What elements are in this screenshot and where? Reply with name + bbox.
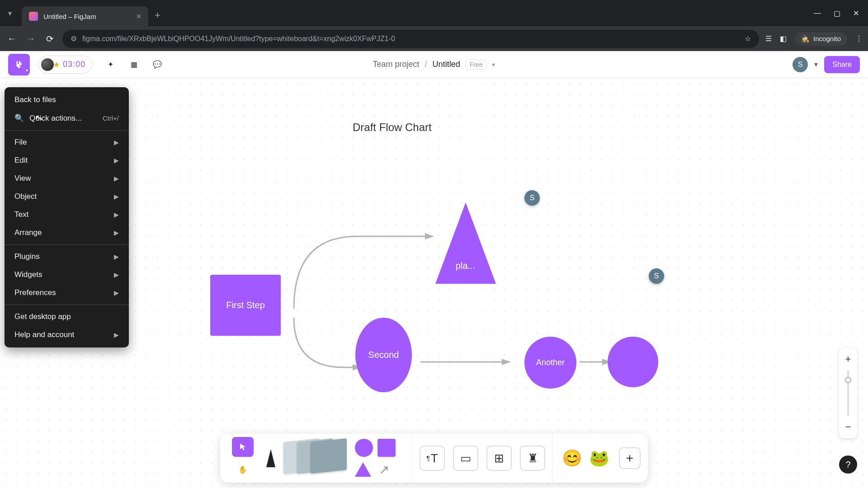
menu-label: Get desktop app — [14, 312, 71, 321]
connector-arrow[interactable] — [580, 357, 611, 366]
main-menu-button[interactable]: ▾ — [8, 54, 30, 75]
widget-face[interactable]: 😊 — [560, 446, 584, 470]
user-avatar[interactable]: S — [793, 57, 808, 72]
menu-label: File — [14, 138, 27, 147]
close-window-icon[interactable]: ✕ — [853, 9, 859, 18]
table-icon[interactable]: ▦ — [128, 59, 139, 70]
shape-tool[interactable]: ↗ — [355, 439, 405, 478]
connector-arrow[interactable] — [420, 357, 511, 366]
square-icon[interactable] — [377, 439, 396, 457]
shape-rectangle[interactable]: First Step — [210, 275, 281, 336]
help-button[interactable]: ? — [839, 455, 857, 474]
menu-text[interactable]: Text ▶ — [5, 206, 129, 224]
menu-quick-actions[interactable]: 🔍 Quick actions... Ctrl+/ — [5, 109, 129, 127]
menu-label: Plugins — [14, 252, 40, 261]
menu-separator — [5, 244, 129, 245]
browser-tab[interactable]: Untitled – FigJam × — [22, 6, 148, 26]
menu-separator — [5, 130, 129, 131]
triangle-icon[interactable] — [355, 462, 371, 477]
zoom-in-button[interactable]: + — [844, 352, 853, 367]
circle-icon[interactable] — [355, 439, 373, 457]
menu-object[interactable]: Object ▶ — [5, 188, 129, 206]
sticky-note-tool[interactable] — [283, 440, 347, 476]
menu-label: Widgets — [14, 270, 42, 279]
breadcrumb-separator: / — [425, 60, 427, 69]
forward-button[interactable]: → — [24, 33, 37, 44]
stamp-tool[interactable]: ♜ — [520, 446, 545, 471]
connector-arrow[interactable] — [289, 313, 362, 372]
shape-ellipse[interactable]: Second — [355, 318, 412, 392]
tab-title: Untitled – FigJam — [43, 13, 96, 20]
bottom-toolbar: ✋ ↗ ¶T ▭ ⊞ ♜ — [220, 434, 648, 483]
grid-tool[interactable]: ⊞ — [486, 446, 512, 471]
url-text: figma.com/file/XRxbBjeWLbiQHPOO41JyWm/Un… — [82, 35, 395, 43]
menu-file[interactable]: File ▶ — [5, 133, 129, 151]
side-panel-icon[interactable]: ◧ — [780, 34, 787, 43]
bookmark-icon[interactable]: ☆ — [745, 34, 751, 43]
zoom-slider[interactable] — [847, 371, 849, 416]
browser-menu-icon[interactable]: ⋮ — [855, 34, 863, 43]
share-button[interactable]: Share — [824, 56, 860, 73]
menu-preferences[interactable]: Preferences ▶ — [5, 284, 129, 302]
menu-arrange[interactable]: Arrange ▶ — [5, 224, 129, 242]
menu-view[interactable]: View ▶ — [5, 169, 129, 188]
section-tool[interactable]: ▭ — [453, 446, 478, 471]
marker-tool[interactable] — [266, 449, 275, 467]
zoom-thumb[interactable] — [845, 377, 851, 383]
main-menu-dropdown: Back to files 🔍 Quick actions... Ctrl+/ … — [5, 87, 129, 347]
site-settings-icon[interactable]: ⚙ — [71, 34, 77, 43]
menu-label: Preferences — [14, 288, 56, 297]
maximize-icon[interactable]: ▢ — [834, 9, 840, 18]
hand-tool[interactable]: ✋ — [232, 460, 254, 479]
shape-triangle[interactable]: pla... — [435, 202, 496, 284]
canvas-title[interactable]: Draft Flow Chart — [353, 121, 432, 134]
presence-avatar[interactable]: S — [649, 268, 664, 284]
sparkle-icon[interactable]: ✦ — [105, 59, 116, 70]
timer-avatar — [41, 58, 54, 71]
tab-search-dropdown[interactable]: ▾ — [4, 7, 16, 19]
chevron-down-icon[interactable]: ▾ — [814, 60, 818, 69]
menu-plugins[interactable]: Plugins ▶ — [5, 248, 129, 266]
presence-avatar[interactable]: S — [524, 190, 540, 206]
back-button[interactable]: ← — [5, 33, 18, 44]
timer-widget[interactable]: ★ 03:00 — [38, 56, 92, 74]
new-tab-button[interactable]: + — [155, 9, 160, 21]
shape-circle[interactable]: Another — [524, 337, 576, 389]
connector-icon[interactable]: ↗ — [376, 461, 392, 478]
canvas[interactable]: Draft Flow Chart First Step pla... Secon… — [0, 78, 868, 488]
select-tool[interactable] — [232, 437, 254, 457]
widget-jambot[interactable]: 🐸 — [587, 446, 611, 470]
close-tab-icon[interactable]: × — [127, 12, 141, 21]
menu-desktop-app[interactable]: Get desktop app — [5, 308, 129, 326]
star-icon: ★ — [53, 60, 60, 70]
chevron-right-icon: ▶ — [114, 253, 119, 260]
incognito-badge[interactable]: 🕵 Incognito — [795, 32, 847, 46]
triangle-icon — [435, 202, 496, 284]
menu-label: Object — [14, 192, 37, 201]
reload-button[interactable]: ⟳ — [43, 33, 56, 44]
connector-arrow[interactable] — [289, 232, 434, 313]
shape-circle[interactable] — [608, 337, 658, 387]
chevron-down-icon[interactable]: ▾ — [492, 61, 495, 68]
text-tool[interactable]: ¶T — [420, 446, 445, 471]
figma-favicon — [29, 12, 38, 21]
file-name[interactable]: Untitled — [433, 60, 460, 69]
reading-list-icon[interactable]: ☰ — [765, 34, 772, 43]
comment-icon[interactable]: 💬 — [152, 59, 163, 70]
shape-label: Second — [368, 350, 399, 360]
minimize-icon[interactable]: — — [814, 9, 821, 18]
menu-back-to-files[interactable]: Back to files — [5, 91, 129, 109]
url-input[interactable]: ⚙ figma.com/file/XRxbBjeWLbiQHPOO41JyWm/… — [62, 30, 759, 48]
breadcrumb: Team project / Untitled Free ▾ — [373, 60, 495, 70]
chevron-right-icon: ▶ — [114, 139, 119, 146]
menu-widgets[interactable]: Widgets ▶ — [5, 266, 129, 284]
plan-badge[interactable]: Free — [466, 60, 487, 70]
figma-logo-icon — [15, 61, 23, 69]
menu-edit[interactable]: Edit ▶ — [5, 151, 129, 169]
more-tools-button[interactable]: + — [619, 447, 641, 469]
chevron-right-icon: ▶ — [114, 193, 119, 200]
chevron-right-icon: ▶ — [114, 229, 119, 236]
project-name[interactable]: Team project — [373, 60, 420, 69]
menu-help[interactable]: Help and account ▶ — [5, 326, 129, 344]
zoom-out-button[interactable]: − — [844, 419, 853, 435]
